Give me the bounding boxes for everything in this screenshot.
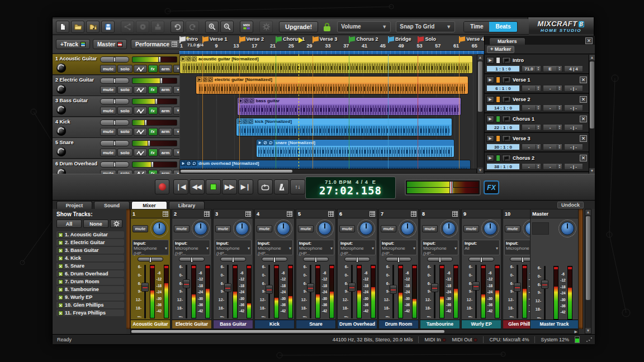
playhead-line[interactable]	[299, 54, 299, 174]
automation-button[interactable]	[134, 128, 147, 136]
volume-fader[interactable]	[224, 264, 231, 320]
gear-icon[interactable]	[110, 220, 122, 228]
audio-clip-1[interactable]: acoustic guitar [Normalized]	[179, 55, 473, 74]
input-select[interactable]: Input:All▾	[463, 240, 500, 255]
arm-button[interactable]: arm	[159, 170, 173, 174]
scroll-thumb[interactable]	[478, 61, 482, 112]
volume-fader[interactable]	[141, 264, 149, 320]
skip-start-button[interactable]: ❘◀	[173, 179, 188, 194]
volume-knob[interactable]	[274, 220, 292, 237]
volume-fader[interactable]	[348, 264, 356, 320]
audio-clip-5[interactable]: snare [Normalized]	[256, 139, 454, 158]
clip-mute-icon[interactable]	[263, 140, 268, 145]
arm-button[interactable]: arm	[159, 149, 173, 156]
pan-slider[interactable]	[138, 257, 163, 261]
timeline-marker-verse-1[interactable]: Verse 1	[202, 36, 228, 43]
checkbox-checked-icon[interactable]: ×	[58, 256, 63, 261]
metronome-button[interactable]	[274, 179, 289, 194]
performance-button[interactable]: Performance	[131, 39, 182, 49]
mute-button[interactable]: mute	[100, 107, 116, 115]
track-checklist-item[interactable]: ×2. Electric Guitar	[56, 239, 124, 246]
input-select[interactable]: Input:Microphone (HP...▾	[256, 240, 293, 255]
mute-button[interactable]: mute	[100, 65, 116, 73]
channel-name[interactable]: Acoustic Guitar	[131, 320, 170, 328]
show-all-button[interactable]: All	[56, 220, 82, 228]
volume-fader[interactable]	[307, 264, 314, 320]
pan-slider[interactable]	[100, 56, 129, 63]
upgrade-button[interactable]: Upgrade!	[279, 21, 318, 32]
arm-button[interactable]: arm	[159, 86, 173, 94]
loop-button[interactable]	[258, 179, 273, 194]
channel-name[interactable]: Bass Guitar	[214, 320, 253, 328]
volume-fader[interactable]	[514, 264, 521, 320]
volume-knob[interactable]	[233, 220, 251, 237]
clip-loop-icon[interactable]	[249, 98, 254, 103]
loop-range-bar[interactable]	[179, 50, 484, 54]
rewind-button[interactable]: ◀◀	[190, 179, 205, 194]
fader-handle[interactable]	[541, 280, 548, 289]
mute-button[interactable]: mute	[381, 225, 396, 232]
mute-button[interactable]: mute	[215, 225, 231, 232]
track-header-2[interactable]: 2 Electric Guitarmutesolofxarm▼	[53, 75, 179, 96]
automation-button[interactable]	[134, 107, 147, 115]
mixer-channel-3[interactable]: 3muteInput:Microphone (HP...▾60691218∞61…	[213, 209, 253, 329]
fader-handle[interactable]	[390, 285, 397, 294]
tab-mixer[interactable]: Mixer	[131, 201, 167, 209]
fx-button[interactable]: fx	[148, 86, 158, 94]
record-button[interactable]	[155, 179, 169, 194]
volume-fader[interactable]	[266, 264, 273, 320]
input-select[interactable]: Input:Microphone (HP...▾	[297, 240, 334, 255]
undock-button[interactable]: Undock	[557, 202, 584, 208]
volume-fader[interactable]	[390, 264, 397, 320]
input-select[interactable]: Input:Microphone (HP...▾	[339, 240, 376, 255]
clips-area[interactable]: acoustic guitar [Normalized]electric gui…	[179, 54, 477, 174]
master-volume-handle[interactable]	[449, 181, 453, 194]
mute-button[interactable]: mute	[100, 86, 116, 94]
scroll-thumb[interactable]	[181, 170, 292, 173]
punch-button[interactable]: ↑↓	[290, 179, 305, 194]
pan-slider[interactable]	[220, 257, 246, 261]
volume-knob[interactable]	[558, 220, 576, 237]
snap-select[interactable]: Snap To Grid▼	[396, 21, 455, 32]
volume-fader[interactable]	[472, 264, 480, 320]
tab-project[interactable]: Project	[56, 201, 92, 209]
volume-fader[interactable]	[541, 265, 548, 321]
mute-button[interactable]: mute	[257, 225, 272, 232]
volume-handle[interactable]	[151, 161, 154, 168]
checkbox-checked-icon[interactable]: ×	[58, 279, 63, 284]
mixer-channel-1[interactable]: 1muteInput:Microphone (HP...▾60691218∞61…	[130, 209, 171, 329]
channel-name[interactable]: Drum Room	[379, 320, 418, 328]
channel-name[interactable]: Master Track	[531, 320, 578, 328]
pan-slider[interactable]	[344, 257, 370, 261]
clip-loop-icon[interactable]	[192, 161, 197, 166]
skip-end-button[interactable]: ▶❘	[238, 179, 253, 194]
checkbox-checked-icon[interactable]: ×	[58, 303, 63, 308]
channel-name[interactable]: Wurly EP	[462, 320, 501, 328]
fader-handle[interactable]	[183, 279, 190, 288]
fader-handle[interactable]	[141, 283, 149, 292]
fast-forward-button[interactable]: ▶▶	[222, 179, 237, 194]
mixer-vscrollbar[interactable]: ▲ ▼	[585, 209, 591, 334]
volume-knob[interactable]	[316, 220, 334, 237]
clip-loop-icon[interactable]	[248, 119, 253, 124]
checkbox-checked-icon[interactable]: ×	[58, 232, 63, 237]
zoom-out-icon[interactable]	[220, 21, 234, 33]
mute-button[interactable]: mute	[422, 225, 438, 232]
scroll-right-icon[interactable]: ▶	[575, 330, 577, 334]
pan-slider[interactable]	[100, 98, 129, 104]
fader-handle[interactable]	[514, 283, 521, 292]
clip-play-icon[interactable]	[181, 161, 186, 166]
volume-fader[interactable]	[431, 264, 438, 320]
clip-play-icon[interactable]	[197, 77, 202, 82]
track-checklist-item[interactable]: ×7. Drum Room	[56, 278, 124, 285]
timeline-marker-chorus-2[interactable]: Chorus 2	[349, 36, 378, 43]
pan-slider[interactable]	[427, 257, 453, 261]
beats-mode-button[interactable]: Beats	[489, 22, 517, 32]
pan-slider[interactable]	[303, 257, 329, 261]
automation-button[interactable]	[134, 86, 147, 94]
mixer-channel-7[interactable]: 7muteInput:Microphone (HP...▾60691218∞61…	[378, 209, 419, 329]
audio-clip-4[interactable]: kick [Normalized]	[236, 118, 452, 136]
mixer-hscrollbar[interactable]: ▶	[130, 329, 579, 334]
mixer-channel-5[interactable]: 5muteInput:Microphone (HP...▾60691218∞61…	[296, 209, 336, 329]
master-volume-meter[interactable]	[405, 179, 481, 196]
